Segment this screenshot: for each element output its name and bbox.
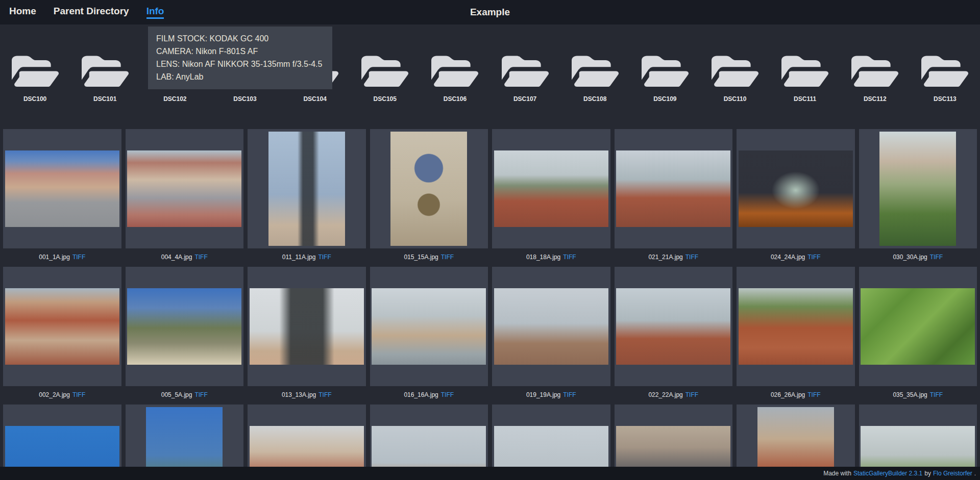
builder-link[interactable]: StaticGalleryBuilder 2.3.1 (853, 470, 922, 477)
folder-label: DSC111 (794, 95, 816, 103)
author-link[interactable]: Flo Greistorfer (933, 470, 972, 477)
tiff-link[interactable]: TIFF (930, 391, 943, 398)
photo-caption: 001_1A.jpg TIFF (3, 248, 121, 266)
folder-label: DSC113 (934, 95, 957, 103)
tiff-link[interactable]: TIFF (318, 391, 331, 398)
tooltip-line-lens: LENS: Nikon AF NIKKOR 35-135mm f/3.5-4.5 (156, 58, 324, 70)
photo-filename: 018_18A.jpg (526, 254, 560, 261)
photo-thumbnail[interactable] (879, 132, 956, 246)
photo-card (492, 129, 610, 248)
tiff-link[interactable]: TIFF (563, 254, 576, 261)
photo-thumbnail[interactable] (5, 288, 119, 365)
folder-item[interactable]: DSC107 (490, 54, 560, 103)
photo-thumbnail[interactable] (739, 288, 853, 365)
tiff-link[interactable]: TIFF (72, 391, 85, 398)
photo-card (859, 267, 977, 386)
tiff-link[interactable]: TIFF (930, 254, 943, 261)
folder-label: DSC109 (653, 95, 676, 103)
tiff-link[interactable]: TIFF (807, 391, 820, 398)
photo-thumbnail[interactable] (268, 132, 345, 246)
nav-link-parent-directory[interactable]: Parent Directory (54, 6, 129, 19)
photo-card (248, 129, 366, 248)
photo-thumbnail[interactable] (616, 288, 730, 365)
tooltip-line-lab: LAB: AnyLab (156, 70, 324, 83)
nav-link-info[interactable]: Info (146, 6, 164, 19)
gallery-item: 011_11A.jpg TIFF (248, 129, 366, 266)
tiff-link[interactable]: TIFF (807, 254, 820, 261)
tiff-link[interactable]: TIFF (72, 254, 85, 261)
folder-icon (572, 54, 619, 89)
photo-caption: 016_16A.jpg TIFF (370, 386, 488, 403)
gallery-item: 018_18A.jpg TIFF (492, 129, 610, 266)
photo-thumbnail[interactable] (390, 132, 467, 246)
tiff-link[interactable]: TIFF (318, 254, 331, 261)
photo-thumbnail[interactable] (372, 288, 486, 365)
tiff-link[interactable]: TIFF (194, 391, 207, 398)
nav-link-home[interactable]: Home (9, 6, 36, 19)
photo-caption: 011_11A.jpg TIFF (248, 248, 366, 266)
folder-item[interactable]: DSC100 (0, 54, 70, 103)
tooltip-line-camera: CAMERA: Nikon F-801S AF (156, 45, 324, 58)
photo-caption: 015_15A.jpg TIFF (370, 248, 488, 266)
photo-thumbnail[interactable] (250, 288, 364, 365)
folder-item[interactable]: DSC113 (910, 54, 980, 103)
gallery-item: 022_22A.jpg TIFF (615, 267, 733, 403)
photo-filename: 004_4A.jpg (161, 254, 192, 261)
photo-filename: 016_16A.jpg (404, 391, 438, 398)
photo-filename: 024_24A.jpg (771, 254, 805, 261)
info-tooltip: FILM STOCK: KODAK GC 400 CAMERA: Nikon F… (148, 27, 332, 89)
folder-label: DSC104 (303, 95, 326, 103)
folder-label: DSC103 (233, 95, 256, 103)
folder-icon (82, 54, 129, 89)
gallery-item: 035_35A.jpg TIFF (859, 267, 977, 403)
folder-item[interactable]: DSC101 (70, 54, 140, 103)
tiff-link[interactable]: TIFF (685, 254, 698, 261)
photo-caption: 021_21A.jpg TIFF (615, 248, 733, 266)
folder-icon (502, 54, 549, 89)
photo-filename: 026_26A.jpg (771, 391, 805, 398)
folder-icon (642, 54, 689, 89)
folder-label: DSC107 (513, 95, 536, 103)
gallery-item: 013_13A.jpg TIFF (248, 267, 366, 403)
photo-thumbnail[interactable] (616, 150, 730, 227)
photo-card (615, 129, 733, 248)
photo-filename: 019_19A.jpg (526, 391, 560, 398)
folder-item[interactable]: DSC106 (420, 54, 490, 103)
folder-item[interactable]: DSC109 (630, 54, 700, 103)
photo-thumbnail[interactable] (494, 150, 608, 227)
photo-card (3, 267, 121, 386)
photo-thumbnail[interactable] (861, 288, 975, 365)
photo-thumbnail[interactable] (494, 288, 608, 365)
gallery-item: 005_5A.jpg TIFF (126, 267, 244, 403)
photo-thumbnail[interactable] (127, 150, 241, 227)
photo-thumbnail[interactable] (127, 288, 241, 365)
folder-icon (781, 54, 828, 89)
photo-filename: 011_11A.jpg (282, 254, 316, 261)
folder-label: DSC112 (864, 95, 887, 103)
photo-card (737, 267, 855, 386)
photo-filename: 002_2A.jpg (39, 391, 70, 398)
photo-caption: 026_26A.jpg TIFF (737, 386, 855, 403)
photo-grid: 001_1A.jpg TIFF 004_4A.jpg TIFF 011_11A.… (3, 129, 977, 480)
folder-item[interactable]: DSC112 (840, 54, 910, 103)
photo-card (370, 267, 488, 386)
gallery-item: 001_1A.jpg TIFF (3, 129, 121, 266)
folder-icon (431, 54, 478, 89)
folder-item[interactable]: DSC111 (770, 54, 840, 103)
photo-thumbnail[interactable] (5, 150, 119, 227)
photo-card (126, 129, 244, 248)
top-nav-bar: Home Parent Directory Info Example (0, 0, 980, 24)
tiff-link[interactable]: TIFF (685, 391, 698, 398)
folder-item[interactable]: DSC110 (700, 54, 770, 103)
folder-label: DSC108 (583, 95, 606, 103)
photo-caption: 005_5A.jpg TIFF (126, 386, 244, 403)
photo-card (3, 129, 121, 248)
tiff-link[interactable]: TIFF (194, 254, 207, 261)
tiff-link[interactable]: TIFF (563, 391, 576, 398)
tiff-link[interactable]: TIFF (441, 391, 454, 398)
folder-item[interactable]: DSC108 (560, 54, 630, 103)
folder-item[interactable]: DSC105 (350, 54, 420, 103)
tiff-link[interactable]: TIFF (441, 254, 454, 261)
photo-thumbnail[interactable] (739, 150, 853, 227)
photo-card (370, 129, 488, 248)
